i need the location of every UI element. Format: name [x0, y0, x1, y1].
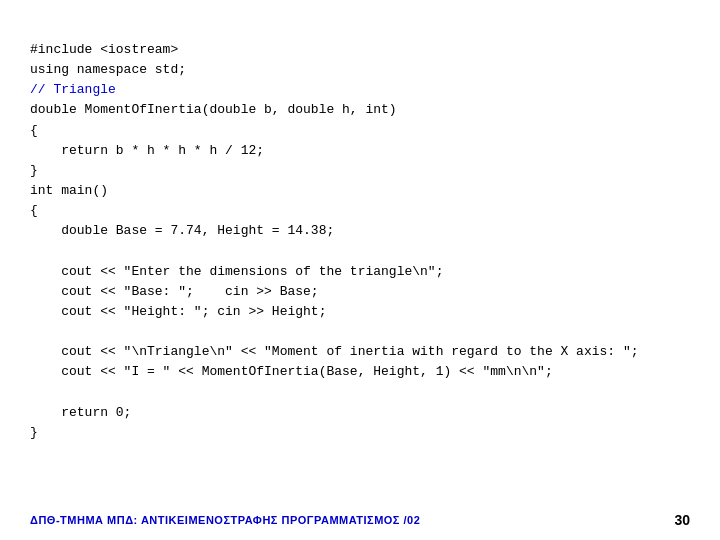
footer-left-text: ΔΠΘ-ΤΜΗΜΑ ΜΠΔ: ΑΝΤΙΚΕΙΜΕΝΟΣΤΡΑΦΗΣ ΠΡΟΓΡΑ… [30, 514, 420, 526]
code-line-17: cout << "I = " << MomentOfInertia(Base, … [30, 362, 690, 382]
code-line-8: int main() [30, 181, 690, 201]
code-line-1: #include <iostream> [30, 40, 690, 60]
code-line-2: using namespace std; [30, 60, 690, 80]
code-line-11 [30, 241, 690, 261]
footer: ΔΠΘ-ΤΜΗΜΑ ΜΠΔ: ΑΝΤΙΚΕΙΜΕΝΟΣΤΡΑΦΗΣ ΠΡΟΓΡΑ… [0, 504, 720, 540]
footer-page-number: 30 [674, 512, 690, 528]
code-line-10: double Base = 7.74, Height = 14.38; [30, 221, 690, 241]
page: #include <iostream> using namespace std;… [0, 0, 720, 540]
code-line-18 [30, 382, 690, 402]
code-area: #include <iostream> using namespace std;… [0, 0, 720, 504]
code-line-3: // Triangle [30, 80, 690, 100]
code-line-7: } [30, 161, 690, 181]
code-line-19: return 0; [30, 403, 690, 423]
code-line-16: cout << "\nTriangle\n" << "Moment of ine… [30, 342, 690, 362]
code-line-4: double MomentOfInertia(double b, double … [30, 100, 690, 120]
code-line-20: } [30, 423, 690, 443]
code-line-15 [30, 322, 690, 342]
code-line-13: cout << "Base: "; cin >> Base; [30, 282, 690, 302]
code-line-5: { [30, 121, 690, 141]
code-line-9: { [30, 201, 690, 221]
code-line-6: return b * h * h * h / 12; [30, 141, 690, 161]
code-line-12: cout << "Enter the dimensions of the tri… [30, 262, 690, 282]
code-line-14: cout << "Height: "; cin >> Height; [30, 302, 690, 322]
code-block: #include <iostream> using namespace std;… [30, 40, 690, 443]
